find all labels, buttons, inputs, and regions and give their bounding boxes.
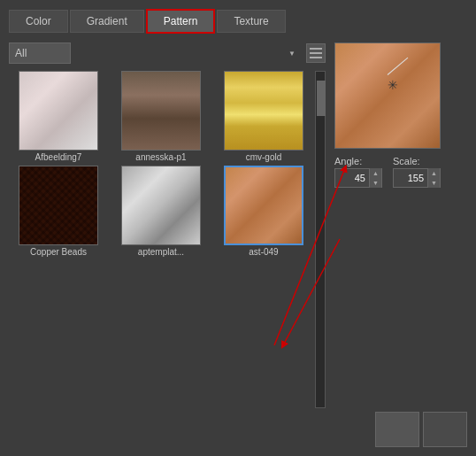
svg-rect-2 <box>310 57 322 58</box>
list-view-toggle[interactable] <box>306 43 326 63</box>
bottom-thumb-2[interactable] <box>423 412 467 447</box>
scale-spinner: ▲ ▼ <box>393 168 441 188</box>
angle-label: Angle: <box>334 156 362 166</box>
angle-field-group: Angle: ▲ ▼ <box>334 156 382 188</box>
preview-image: ✳ <box>335 43 440 148</box>
patterns-grid: Afbeelding7 annesska-p1 cm <box>9 71 326 257</box>
angle-spinner: ▲ ▼ <box>334 168 382 188</box>
pattern-item-afbeelding7[interactable]: Afbeelding7 <box>9 71 108 162</box>
preview-line <box>388 58 409 75</box>
bottom-thumbnails-row <box>9 412 467 447</box>
scrollbar-thumb[interactable] <box>317 81 326 116</box>
pattern-label-afbeelding7: Afbeelding7 <box>19 152 98 162</box>
pattern-item-ast049[interactable]: ast-049 <box>214 166 313 257</box>
thumb-img-copper <box>19 166 97 244</box>
tab-gradient[interactable]: Gradient <box>70 10 144 33</box>
thumb-img-annesska <box>122 72 200 150</box>
pattern-label-copper: Copper Beads <box>19 247 98 257</box>
asterisk-icon: ✳ <box>388 78 398 92</box>
svg-rect-1 <box>310 52 322 54</box>
scrollbar[interactable] <box>315 71 326 408</box>
main-container: Color Gradient Pattern Texture All Natur… <box>0 0 476 456</box>
thumb-img-aptemplat <box>122 166 200 244</box>
scale-decrement-button[interactable]: ▼ <box>427 178 440 188</box>
filter-row: All Nature Abstract Geometric <box>9 43 326 64</box>
pattern-item-copper[interactable]: Copper Beads <box>9 166 108 257</box>
scale-increment-button[interactable]: ▲ <box>427 168 440 178</box>
angle-input[interactable] <box>335 171 369 185</box>
pattern-label-aptemplat: aptemplat... <box>121 247 201 257</box>
pattern-thumb-annesska <box>121 71 201 151</box>
pattern-thumb-cmvgold <box>224 71 303 151</box>
pattern-item-annesska[interactable]: annesska-p1 <box>111 71 211 162</box>
thumb-img-afbeelding7 <box>19 72 97 150</box>
thumb-img-ast049 <box>226 167 302 243</box>
pattern-thumb-afbeelding7 <box>19 71 98 151</box>
tab-color[interactable]: Color <box>9 10 68 33</box>
pattern-label-ast049: ast-049 <box>224 247 303 257</box>
pattern-item-aptemplat[interactable]: aptemplat... <box>111 166 211 257</box>
scale-spinner-buttons: ▲ ▼ <box>427 168 440 188</box>
angle-decrement-button[interactable]: ▼ <box>369 178 381 188</box>
pattern-thumb-copper <box>19 166 98 245</box>
tab-texture[interactable]: Texture <box>217 10 285 33</box>
svg-rect-0 <box>310 48 322 50</box>
pattern-label-cmvgold: cmv-gold <box>224 152 303 162</box>
angle-increment-button[interactable]: ▲ <box>369 168 381 178</box>
scale-input[interactable] <box>394 171 427 185</box>
bottom-thumb-1[interactable] <box>375 412 419 447</box>
right-panel: ✳ Angle: ▲ ▼ Scale: <box>334 43 467 408</box>
pattern-item-cmvgold[interactable]: cmv-gold <box>214 71 313 162</box>
left-panel: All Nature Abstract Geometric <box>9 43 326 408</box>
tab-pattern[interactable]: Pattern <box>146 9 216 34</box>
angle-scale-row: Angle: ▲ ▼ Scale: ▲ <box>334 156 441 188</box>
pattern-preview: ✳ <box>334 43 441 149</box>
thumb-img-cmvgold <box>225 72 303 150</box>
list-view-icon <box>310 47 322 59</box>
scale-label: Scale: <box>393 156 420 166</box>
angle-spinner-buttons: ▲ ▼ <box>369 168 381 188</box>
filter-select-wrapper: All Nature Abstract Geometric <box>9 43 301 64</box>
tab-bar: Color Gradient Pattern Texture <box>9 9 467 34</box>
pattern-label-annesska: annesska-p1 <box>121 152 201 162</box>
pattern-thumb-aptemplat <box>121 166 201 245</box>
scale-field-group: Scale: ▲ ▼ <box>393 156 441 188</box>
category-filter[interactable]: All Nature Abstract Geometric <box>9 43 71 64</box>
patterns-grid-wrapper: Afbeelding7 annesska-p1 cm <box>9 71 326 408</box>
content-area: All Nature Abstract Geometric <box>9 43 467 408</box>
pattern-thumb-ast049 <box>224 166 303 245</box>
